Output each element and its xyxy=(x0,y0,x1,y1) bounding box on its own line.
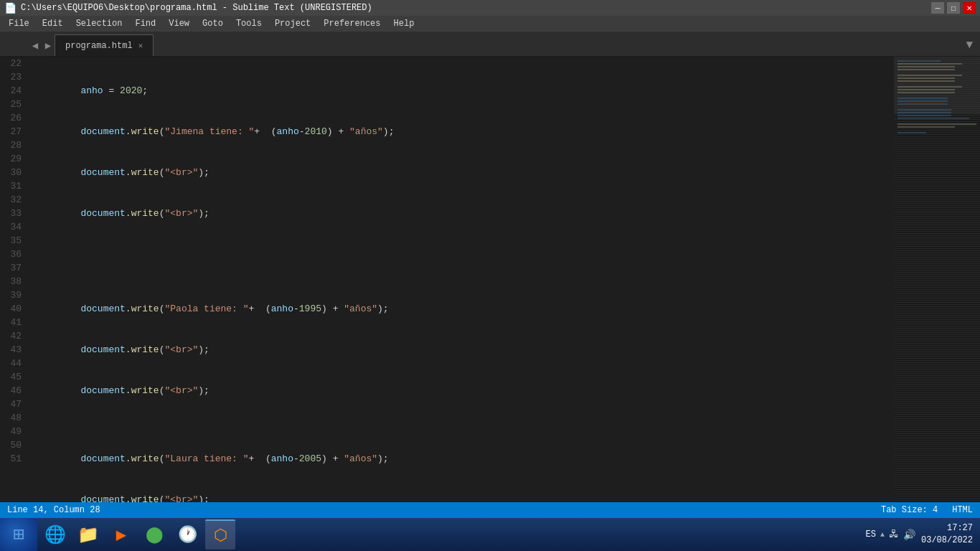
volume-icon: 🔊 xyxy=(903,529,915,541)
line-num-26: 26 xyxy=(6,111,22,125)
line-num-28: 28 xyxy=(6,138,22,152)
menu-find[interactable]: Find xyxy=(129,17,161,30)
menu-file[interactable]: File xyxy=(3,17,35,30)
line-num-31: 31 xyxy=(6,179,22,193)
code-line-22: anho = 2020; xyxy=(36,84,888,98)
clock-icon: 🕐 xyxy=(178,525,197,545)
line-num-49: 49 xyxy=(6,425,22,438)
tab-bar: ◀ ▶ programa.html ✕ ▼ xyxy=(0,32,980,57)
svg-rect-1 xyxy=(897,63,962,65)
svg-rect-2 xyxy=(897,66,955,67)
tray-arrow: ▲ xyxy=(880,531,885,539)
line-num-25: 25 xyxy=(6,98,22,111)
code-line-23: document.write("Jimena tiene: "+ (anho-2… xyxy=(36,125,888,138)
status-left: Line 14, Column 28 xyxy=(7,505,100,515)
title-bar-left: 📄 C:\Users\EQUIPO6\Desktop\programa.html… xyxy=(4,2,372,14)
line-num-32: 32 xyxy=(6,193,22,207)
title-bar-text: C:\Users\EQUIPO6\Desktop\programa.html -… xyxy=(21,3,372,13)
network-icon: 🖧 xyxy=(889,529,899,540)
tab-label: programa.html xyxy=(65,41,133,51)
taskbar-explorer-icon[interactable]: 📁 xyxy=(73,519,103,550)
tab-close-button[interactable]: ✕ xyxy=(138,41,143,50)
svg-rect-9 xyxy=(897,92,955,93)
taskbar-chrome-icon[interactable]: ⬤ xyxy=(139,519,169,550)
minimize-button[interactable]: ─ xyxy=(931,2,944,14)
menu-edit[interactable]: Edit xyxy=(37,17,69,30)
app-icon: 📄 xyxy=(4,2,17,14)
windows-icon: ⊞ xyxy=(13,523,24,546)
taskbar-media-icon[interactable]: ▶ xyxy=(106,519,136,550)
media-icon: ▶ xyxy=(116,524,126,545)
svg-rect-14 xyxy=(897,112,951,113)
line-num-34: 34 xyxy=(6,220,22,234)
svg-rect-4 xyxy=(897,75,962,76)
line-num-37: 37 xyxy=(6,261,22,275)
taskbar-ie-icon[interactable]: 🌐 xyxy=(40,519,70,550)
menu-project[interactable]: Project xyxy=(269,17,316,30)
svg-rect-13 xyxy=(897,109,951,110)
code-line-30: document.write("<br>"); xyxy=(36,384,888,397)
svg-rect-8 xyxy=(897,89,955,90)
svg-rect-3 xyxy=(897,69,955,70)
code-area[interactable]: anho = 2020; document.write("Jimena tien… xyxy=(30,57,894,502)
maximize-button[interactable]: □ xyxy=(947,2,960,14)
taskbar-sublime-icon[interactable]: ⬡ xyxy=(205,519,235,550)
svg-rect-15 xyxy=(897,115,951,116)
tab-nav-left[interactable]: ◀ xyxy=(29,34,42,56)
folder-icon: 📁 xyxy=(77,524,99,545)
close-button[interactable]: ✕ xyxy=(963,2,976,14)
taskbar: ⊞ 🌐 📁 ▶ ⬤ 🕐 ⬡ ES ▲ 🖧 🔊 xyxy=(0,518,980,551)
clock-display[interactable]: 17:27 03/08/2022 xyxy=(921,522,973,547)
syntax-label[interactable]: HTML xyxy=(952,505,973,515)
svg-rect-6 xyxy=(897,80,955,82)
svg-rect-17 xyxy=(897,123,976,125)
line-num-51: 51 xyxy=(6,452,22,466)
tab-size[interactable]: Tab Size: 4 xyxy=(881,505,938,515)
title-bar: 📄 C:\Users\EQUIPO6\Desktop\programa.html… xyxy=(0,0,980,16)
code-line-25: document.write("<br>"); xyxy=(36,207,888,220)
taskbar-clock-icon[interactable]: 🕐 xyxy=(172,519,202,550)
line-num-39: 39 xyxy=(6,288,22,302)
line-num-43: 43 xyxy=(6,343,22,357)
menu-tools[interactable]: Tools xyxy=(230,17,268,30)
taskbar-right: ES ▲ 🖧 🔊 17:27 03/08/2022 xyxy=(866,522,980,547)
svg-rect-7 xyxy=(897,86,962,88)
line-num-27: 27 xyxy=(6,125,22,138)
line-numbers: 22 23 24 25 26 27 28 29 30 31 32 33 34 3… xyxy=(0,57,30,502)
title-bar-controls[interactable]: ─ □ ✕ xyxy=(931,2,976,14)
line-num-22: 22 xyxy=(6,57,22,70)
chrome-icon: ⬤ xyxy=(146,525,164,545)
menu-selection[interactable]: Selection xyxy=(70,17,128,30)
status-right: Tab Size: 4 HTML xyxy=(881,505,973,515)
svg-rect-16 xyxy=(897,118,969,119)
start-button[interactable]: ⊞ xyxy=(0,518,37,551)
menu-help[interactable]: Help xyxy=(388,17,420,30)
menu-bar: File Edit Selection Find View Goto Tools… xyxy=(0,16,980,32)
svg-rect-18 xyxy=(897,126,955,128)
sublime-icon: ⬡ xyxy=(214,526,227,545)
code-line-32: document.write("Laura tiene: "+ (anho-20… xyxy=(36,452,888,466)
line-num-36: 36 xyxy=(6,248,22,261)
menu-preferences[interactable]: Preferences xyxy=(318,17,386,30)
lang-indicator: ES xyxy=(866,529,876,540)
menu-view[interactable]: View xyxy=(163,17,195,30)
minimap xyxy=(894,57,980,502)
tab-nav-right[interactable]: ▶ xyxy=(42,34,55,56)
svg-rect-12 xyxy=(897,103,948,105)
line-num-41: 41 xyxy=(6,316,22,329)
line-num-42: 42 xyxy=(6,329,22,343)
ie-icon: 🌐 xyxy=(44,524,66,545)
line-num-45: 45 xyxy=(6,370,22,384)
svg-rect-10 xyxy=(897,98,948,99)
tab-programa[interactable]: programa.html ✕ xyxy=(55,34,154,56)
tab-dropdown-button[interactable]: ▼ xyxy=(966,39,973,52)
cursor-position: Line 14, Column 28 xyxy=(7,505,100,515)
minimap-svg xyxy=(894,57,980,502)
svg-rect-11 xyxy=(897,100,948,102)
line-num-48: 48 xyxy=(6,411,22,425)
menu-goto[interactable]: Goto xyxy=(197,17,229,30)
line-num-33: 33 xyxy=(6,207,22,220)
line-num-40: 40 xyxy=(6,302,22,316)
svg-rect-19 xyxy=(897,132,926,133)
line-num-24: 24 xyxy=(6,84,22,98)
